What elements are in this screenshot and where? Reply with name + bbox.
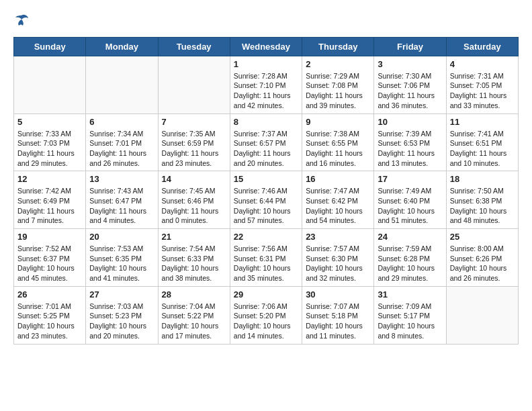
calendar-cell: 10Sunrise: 7:39 AMSunset: 6:53 PMDayligh…	[374, 113, 446, 171]
day-info: Sunrise: 7:41 AMSunset: 6:51 PMDaylight:…	[450, 129, 515, 169]
day-info: Sunrise: 7:35 AMSunset: 6:59 PMDaylight:…	[162, 129, 226, 169]
calendar-cell	[158, 56, 230, 113]
day-number: 24	[378, 232, 442, 242]
day-info: Sunrise: 7:09 AMSunset: 5:17 PMDaylight:…	[378, 302, 442, 341]
calendar-cell: 12Sunrise: 7:42 AMSunset: 6:49 PMDayligh…	[14, 171, 86, 229]
day-info: Sunrise: 7:07 AMSunset: 5:18 PMDaylight:…	[306, 302, 370, 341]
calendar-cell: 22Sunrise: 7:56 AMSunset: 6:31 PMDayligh…	[230, 229, 302, 287]
day-info: Sunrise: 7:57 AMSunset: 6:30 PMDaylight:…	[306, 244, 370, 283]
calendar-cell: 4Sunrise: 7:31 AMSunset: 7:05 PMDaylight…	[446, 56, 518, 113]
day-number: 7	[162, 117, 226, 127]
day-info: Sunrise: 7:42 AMSunset: 6:49 PMDaylight:…	[17, 186, 82, 226]
day-info: Sunrise: 7:53 AMSunset: 6:35 PMDaylight:…	[89, 244, 154, 283]
calendar-table: SundayMondayTuesdayWednesdayThursdayFrid…	[13, 37, 519, 345]
calendar-cell: 30Sunrise: 7:07 AMSunset: 5:18 PMDayligh…	[302, 286, 374, 344]
day-number: 5	[17, 117, 82, 127]
day-info: Sunrise: 7:04 AMSunset: 5:22 PMDaylight:…	[162, 302, 226, 341]
weekday-header-friday: Friday	[374, 37, 446, 56]
day-info: Sunrise: 7:38 AMSunset: 6:55 PMDaylight:…	[306, 129, 370, 169]
weekday-header-saturday: Saturday	[446, 37, 518, 56]
day-number: 18	[450, 174, 515, 184]
day-number: 17	[378, 174, 442, 184]
day-number: 31	[378, 289, 442, 300]
calendar-cell: 5Sunrise: 7:33 AMSunset: 7:03 PMDaylight…	[14, 113, 86, 171]
logo-bird-icon	[14, 13, 29, 26]
day-number: 28	[162, 289, 226, 300]
day-number: 15	[234, 174, 298, 184]
calendar-cell: 14Sunrise: 7:45 AMSunset: 6:46 PMDayligh…	[158, 171, 230, 229]
calendar-cell: 31Sunrise: 7:09 AMSunset: 5:17 PMDayligh…	[374, 286, 446, 344]
calendar-cell: 2Sunrise: 7:29 AMSunset: 7:08 PMDaylight…	[302, 56, 374, 113]
logo	[13, 13, 29, 26]
day-number: 29	[234, 289, 298, 300]
day-info: Sunrise: 7:01 AMSunset: 5:25 PMDaylight:…	[17, 302, 82, 341]
day-number: 14	[162, 174, 226, 184]
day-info: Sunrise: 7:29 AMSunset: 7:08 PMDaylight:…	[306, 71, 370, 111]
calendar-cell: 1Sunrise: 7:28 AMSunset: 7:10 PMDaylight…	[230, 56, 302, 113]
calendar-cell: 27Sunrise: 7:03 AMSunset: 5:23 PMDayligh…	[86, 286, 158, 344]
day-info: Sunrise: 7:56 AMSunset: 6:31 PMDaylight:…	[234, 244, 298, 283]
calendar-cell	[446, 286, 518, 344]
calendar-cell: 6Sunrise: 7:34 AMSunset: 7:01 PMDaylight…	[86, 113, 158, 171]
calendar-cell: 21Sunrise: 7:54 AMSunset: 6:33 PMDayligh…	[158, 229, 230, 287]
calendar-cell	[86, 56, 158, 113]
calendar-cell: 3Sunrise: 7:30 AMSunset: 7:06 PMDaylight…	[374, 56, 446, 113]
day-info: Sunrise: 7:59 AMSunset: 6:28 PMDaylight:…	[378, 244, 442, 283]
day-info: Sunrise: 7:39 AMSunset: 6:53 PMDaylight:…	[378, 129, 442, 169]
day-info: Sunrise: 7:49 AMSunset: 6:40 PMDaylight:…	[378, 186, 442, 226]
day-info: Sunrise: 7:50 AMSunset: 6:38 PMDaylight:…	[450, 186, 515, 226]
day-info: Sunrise: 7:54 AMSunset: 6:33 PMDaylight:…	[162, 244, 226, 283]
calendar-cell: 11Sunrise: 7:41 AMSunset: 6:51 PMDayligh…	[446, 113, 518, 171]
calendar-cell: 15Sunrise: 7:46 AMSunset: 6:44 PMDayligh…	[230, 171, 302, 229]
weekday-header-tuesday: Tuesday	[158, 37, 230, 56]
day-number: 16	[306, 174, 370, 184]
day-info: Sunrise: 7:37 AMSunset: 6:57 PMDaylight:…	[234, 129, 298, 169]
day-number: 26	[17, 289, 82, 300]
day-info: Sunrise: 7:31 AMSunset: 7:05 PMDaylight:…	[450, 71, 515, 111]
day-info: Sunrise: 7:03 AMSunset: 5:23 PMDaylight:…	[89, 302, 154, 341]
calendar-cell: 28Sunrise: 7:04 AMSunset: 5:22 PMDayligh…	[158, 286, 230, 344]
day-info: Sunrise: 7:47 AMSunset: 6:42 PMDaylight:…	[306, 186, 370, 226]
calendar-cell: 20Sunrise: 7:53 AMSunset: 6:35 PMDayligh…	[86, 229, 158, 287]
day-number: 1	[234, 59, 298, 69]
calendar-cell: 8Sunrise: 7:37 AMSunset: 6:57 PMDaylight…	[230, 113, 302, 171]
calendar-cell: 19Sunrise: 7:52 AMSunset: 6:37 PMDayligh…	[14, 229, 86, 287]
weekday-header-sunday: Sunday	[14, 37, 86, 56]
calendar-cell: 29Sunrise: 7:06 AMSunset: 5:20 PMDayligh…	[230, 286, 302, 344]
day-info: Sunrise: 7:28 AMSunset: 7:10 PMDaylight:…	[234, 71, 298, 111]
day-number: 2	[306, 59, 370, 69]
calendar-cell: 13Sunrise: 7:43 AMSunset: 6:47 PMDayligh…	[86, 171, 158, 229]
page-header	[13, 13, 519, 26]
calendar-cell	[14, 56, 86, 113]
day-number: 30	[306, 289, 370, 300]
calendar-cell: 17Sunrise: 7:49 AMSunset: 6:40 PMDayligh…	[374, 171, 446, 229]
day-number: 8	[234, 117, 298, 127]
day-info: Sunrise: 7:06 AMSunset: 5:20 PMDaylight:…	[234, 302, 298, 341]
calendar-cell: 25Sunrise: 8:00 AMSunset: 6:26 PMDayligh…	[446, 229, 518, 287]
calendar-cell: 16Sunrise: 7:47 AMSunset: 6:42 PMDayligh…	[302, 171, 374, 229]
day-number: 9	[306, 117, 370, 127]
day-number: 19	[17, 232, 82, 242]
day-number: 3	[378, 59, 442, 69]
day-info: Sunrise: 7:33 AMSunset: 7:03 PMDaylight:…	[17, 129, 82, 169]
day-number: 22	[234, 232, 298, 242]
day-number: 20	[89, 232, 154, 242]
calendar-cell: 23Sunrise: 7:57 AMSunset: 6:30 PMDayligh…	[302, 229, 374, 287]
day-info: Sunrise: 8:00 AMSunset: 6:26 PMDaylight:…	[450, 244, 515, 283]
day-number: 6	[89, 117, 154, 127]
day-number: 10	[378, 117, 442, 127]
day-number: 23	[306, 232, 370, 242]
calendar-cell: 9Sunrise: 7:38 AMSunset: 6:55 PMDaylight…	[302, 113, 374, 171]
day-info: Sunrise: 7:45 AMSunset: 6:46 PMDaylight:…	[162, 186, 226, 226]
day-number: 13	[89, 174, 154, 184]
weekday-header-thursday: Thursday	[302, 37, 374, 56]
day-info: Sunrise: 7:52 AMSunset: 6:37 PMDaylight:…	[17, 244, 82, 283]
calendar-cell: 18Sunrise: 7:50 AMSunset: 6:38 PMDayligh…	[446, 171, 518, 229]
day-info: Sunrise: 7:46 AMSunset: 6:44 PMDaylight:…	[234, 186, 298, 226]
day-info: Sunrise: 7:43 AMSunset: 6:47 PMDaylight:…	[89, 186, 154, 226]
calendar-cell: 24Sunrise: 7:59 AMSunset: 6:28 PMDayligh…	[374, 229, 446, 287]
calendar-cell: 26Sunrise: 7:01 AMSunset: 5:25 PMDayligh…	[14, 286, 86, 344]
weekday-header-monday: Monday	[86, 37, 158, 56]
calendar-cell: 7Sunrise: 7:35 AMSunset: 6:59 PMDaylight…	[158, 113, 230, 171]
day-number: 21	[162, 232, 226, 242]
